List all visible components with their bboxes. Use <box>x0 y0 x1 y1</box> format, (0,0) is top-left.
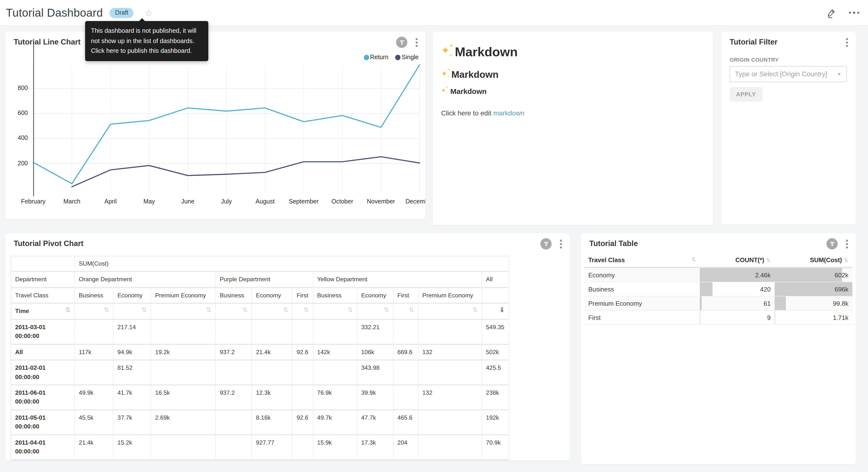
pivot-cell: 49.7k <box>313 410 357 435</box>
pivot-cell: 76.9k <box>313 385 357 410</box>
markdown-card: ✦✦✦Markdown ✦✦✦Markdown ✦✦✦Markdown Clic… <box>433 32 713 225</box>
sum-bar <box>775 311 775 324</box>
pivot-row: 2011-04-01 00:00:0021.4k15.2k927.7715.9k… <box>11 435 509 460</box>
pivot-cell <box>151 435 215 460</box>
sort-toggle-icon[interactable]: ⇅ <box>766 257 771 263</box>
legend-dot-icon <box>395 55 401 60</box>
pivot-cell <box>216 360 252 385</box>
pivot-cell: 669.6 <box>393 344 418 360</box>
markdown-paragraph: Click here to edit markdown <box>441 110 704 117</box>
pivot-cell: 425.5 <box>482 360 509 385</box>
column-header-travel-class[interactable]: Travel Class⇅ <box>584 253 700 268</box>
sort-toggle-icon[interactable]: ⇅ <box>283 307 288 314</box>
pivot-time-label: Time <box>15 307 29 316</box>
pivot-sort-row: Time⇅⇅⇅⇅⇅⇅⇅⇅⇅⇅⇅⇓ <box>11 303 509 319</box>
table-title: Tutorial Table <box>589 239 638 248</box>
pivot-department-row: DepartmentOrange DepartmentPurple Depart… <box>11 272 509 288</box>
data-table: Travel Class⇅COUNT(*)⇅SUM(Cost)⇅ Economy… <box>584 253 852 325</box>
pivot-cell: 21.4k <box>252 344 292 360</box>
pivot-cell <box>74 319 113 344</box>
kebab-menu-icon[interactable] <box>844 37 850 49</box>
pivot-cell <box>252 319 292 344</box>
data-table-head: Travel Class⇅COUNT(*)⇅SUM(Cost)⇅ <box>584 253 852 268</box>
table-row: Economy2.46k602k <box>584 268 852 282</box>
pivot-cell: 94.9k <box>113 344 151 360</box>
sort-toggle-icon[interactable]: ⇅ <box>242 307 248 314</box>
sort-toggle-icon[interactable]: ⇅ <box>142 307 147 314</box>
pivot-column-header: Business <box>216 288 252 303</box>
dashboard-page: Tutorial Dashboard Draft ☆ This dashboar… <box>0 0 868 472</box>
sum-cell: 99.8k <box>775 296 852 311</box>
pivot-row-header: 2011-06-01 00:00:00 <box>11 385 74 410</box>
pivot-cell <box>151 319 215 344</box>
kebab-menu-icon[interactable] <box>414 37 420 49</box>
sort-toggle-icon[interactable]: ⇅ <box>691 256 696 263</box>
y-tick-label: 400 <box>5 135 28 142</box>
filter-funnel-icon[interactable] <box>396 37 408 48</box>
favorite-star-icon[interactable]: ☆ <box>145 8 153 18</box>
pivot-cell: 19.2k <box>151 344 215 360</box>
pivot-table-body: 2011-03-01 00:00:00217.14332.21549.35All… <box>11 319 509 460</box>
sort-toggle-icon[interactable]: ⇅ <box>472 307 478 314</box>
legend-item-single[interactable]: Single <box>395 54 419 61</box>
sort-toggle-icon[interactable]: ⇅ <box>206 307 212 314</box>
table-row: Premium Economy6199.8k <box>584 296 852 311</box>
sort-toggle-icon[interactable]: ⇅ <box>409 307 414 314</box>
pivot-title: Tutorial Pivot Chart <box>14 239 83 248</box>
sparkles-emoji-icon: ✦✦✦ <box>441 87 449 95</box>
origin-country-select[interactable]: Type or Select [Origin Country] ▼ <box>730 66 847 82</box>
pivot-cell: 132 <box>418 385 482 410</box>
filter-funnel-icon[interactable] <box>540 238 552 250</box>
pivot-cell: 16.5k <box>151 385 215 410</box>
pivot-cell: 465.6 <box>393 410 418 435</box>
apply-button[interactable]: APPLY <box>730 87 763 102</box>
publish-tooltip: This dashboard is not published, it will… <box>85 21 208 61</box>
table-card: Tutorial Table Travel Class⇅COUNT(*)⇅SUM… <box>581 233 856 464</box>
table-header-icons <box>827 238 850 250</box>
select-placeholder: Type or Select [Origin Country] <box>735 70 834 78</box>
pivot-cell: 47.7k <box>357 410 393 435</box>
travel-class-cell: Economy <box>584 268 700 282</box>
edit-dashboard-icon[interactable] <box>826 7 836 18</box>
pivot-class-row: Travel ClassBusinessEconomyPremium Econo… <box>11 288 509 303</box>
pivot-column-header: Economy <box>357 288 393 303</box>
draft-badge[interactable]: Draft <box>110 7 134 18</box>
filter-funnel-icon[interactable] <box>827 238 838 250</box>
sort-toggle-icon[interactable]: ⇅ <box>304 307 309 314</box>
sort-toggle-icon[interactable]: ⇅ <box>844 257 848 263</box>
column-header-sum-cost[interactable]: SUM(Cost)⇅ <box>775 253 852 268</box>
pivot-column-header <box>482 288 509 303</box>
sort-toggle-icon[interactable]: ⇅ <box>65 307 70 314</box>
column-header-count[interactable]: COUNT(*)⇅ <box>700 253 775 268</box>
pivot-group-header: Yellow Department <box>313 272 482 288</box>
table-header-row: Travel Class⇅COUNT(*)⇅SUM(Cost)⇅ <box>584 253 852 268</box>
kebab-menu-icon[interactable] <box>844 238 850 250</box>
pivot-row-header: 2011-03-01 00:00:00 <box>11 319 74 344</box>
pivot-cell: 92.6 <box>292 344 313 360</box>
sort-toggle-icon[interactable]: ⇅ <box>104 307 109 314</box>
sum-bar <box>775 296 785 310</box>
pivot-row-header: 2011-02-01 00:00:00 <box>11 360 74 385</box>
edit-markdown-link[interactable]: markdown <box>493 110 524 117</box>
pivot-cell: 21.4k <box>74 435 113 460</box>
pivot-cell: 502k <box>482 344 509 360</box>
kebab-menu-icon[interactable] <box>558 238 564 250</box>
pivot-cell: 8.16k <box>252 410 292 435</box>
pivot-cell <box>216 410 252 435</box>
markdown-heading-3: ✦✦✦Markdown <box>441 87 704 95</box>
origin-country-label: ORIGIN COUNTRY <box>730 57 779 63</box>
pivot-row: 2011-02-01 00:00:0081.52343.98425.5 <box>11 360 509 385</box>
chart-title: Tutorial Line Chart <box>14 38 81 47</box>
pivot-column-header: First <box>393 288 418 303</box>
sort-toggle-icon[interactable]: ⇅ <box>384 307 389 314</box>
sort-toggle-icon[interactable]: ⇅ <box>347 307 353 314</box>
pivot-row-header: All <box>11 344 74 360</box>
more-actions-icon[interactable] <box>849 10 859 16</box>
pivot-cell: 117k <box>74 344 113 360</box>
legend-item-return[interactable]: Return <box>364 54 388 61</box>
sort-desc-icon[interactable]: ⇓ <box>499 307 505 314</box>
pivot-cell <box>216 319 252 344</box>
tooltip-line: not show up in the list of dashboards. <box>91 36 203 46</box>
data-table-wrap: Travel Class⇅COUNT(*)⇅SUM(Cost)⇅ Economy… <box>584 253 852 325</box>
pivot-cell <box>313 360 357 385</box>
